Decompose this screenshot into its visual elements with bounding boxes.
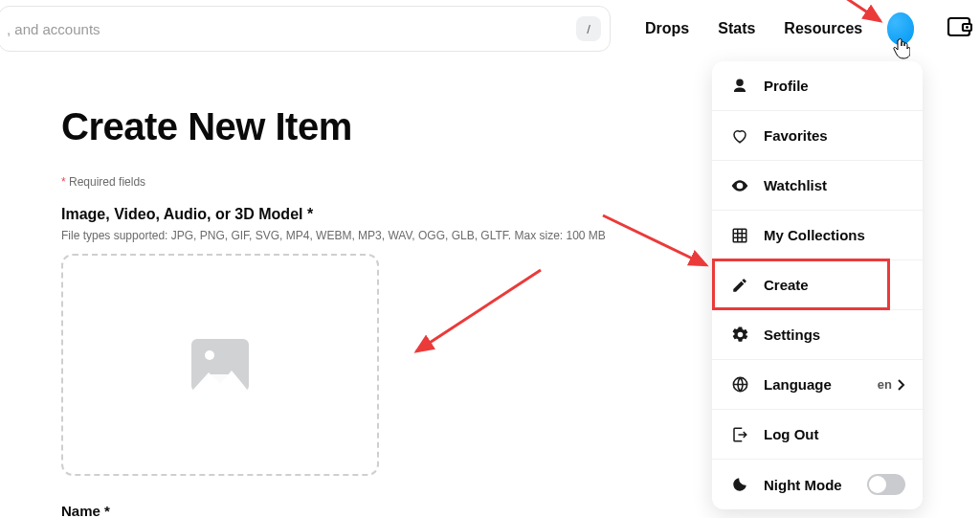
heart-icon <box>729 127 750 145</box>
menu-my-collections[interactable]: My Collections <box>712 211 923 260</box>
top-bar: / Drops Stats Resources <box>0 0 980 57</box>
gear-icon <box>729 326 750 344</box>
svg-point-2 <box>966 26 969 29</box>
grid-icon <box>729 227 750 244</box>
wallet-icon <box>947 15 972 42</box>
menu-profile[interactable]: Profile <box>712 61 923 111</box>
menu-create[interactable]: Create <box>712 260 923 310</box>
main-content: Create New Item * Required fields Image,… <box>0 57 622 518</box>
language-value: en <box>878 377 905 392</box>
globe-icon <box>729 375 750 394</box>
primary-nav: Drops Stats Resources <box>645 20 862 37</box>
menu-language[interactable]: Language en <box>712 360 923 410</box>
chevron-right-icon <box>898 379 905 391</box>
menu-label: Profile <box>764 78 809 94</box>
menu-favorites[interactable]: Favorites <box>712 111 923 161</box>
menu-label: Create <box>764 277 809 293</box>
wallet-button[interactable] <box>947 15 972 42</box>
logout-icon <box>729 426 750 443</box>
pencil-icon <box>729 277 750 294</box>
account-avatar[interactable] <box>887 12 914 45</box>
upload-label: Image, Video, Audio, or 3D Model * <box>61 206 622 223</box>
person-icon <box>729 78 750 95</box>
menu-watchlist[interactable]: Watchlist <box>712 161 923 211</box>
eye-icon <box>729 176 750 195</box>
search-field[interactable]: / <box>0 6 611 52</box>
upload-dropzone[interactable] <box>61 254 379 476</box>
nav-drops[interactable]: Drops <box>645 20 689 37</box>
menu-label: Settings <box>764 327 820 343</box>
menu-settings[interactable]: Settings <box>712 310 923 360</box>
menu-logout[interactable]: Log Out <box>712 410 923 460</box>
image-placeholder-icon <box>191 339 249 392</box>
menu-label: Watchlist <box>764 177 827 193</box>
nav-resources[interactable]: Resources <box>784 20 862 37</box>
page-title: Create New Item <box>61 105 622 148</box>
menu-label: Log Out <box>764 426 818 442</box>
search-input[interactable] <box>0 6 611 52</box>
moon-icon <box>729 476 750 493</box>
name-label: Name * <box>61 503 622 518</box>
menu-label: Night Mode <box>764 477 842 493</box>
search-shortcut-key: / <box>576 16 601 41</box>
menu-label: My Collections <box>764 227 865 243</box>
menu-label: Favorites <box>764 127 828 144</box>
required-note: * Required fields <box>61 175 622 189</box>
account-menu: Profile Favorites Watchlist My Collectio… <box>712 61 923 509</box>
nav-stats[interactable]: Stats <box>718 20 755 37</box>
upload-hint: File types supported: JPG, PNG, GIF, SVG… <box>61 229 622 242</box>
menu-label: Language <box>764 376 832 393</box>
svg-rect-3 <box>733 229 746 242</box>
night-mode-toggle[interactable] <box>867 474 905 495</box>
menu-night-mode[interactable]: Night Mode <box>712 460 923 509</box>
